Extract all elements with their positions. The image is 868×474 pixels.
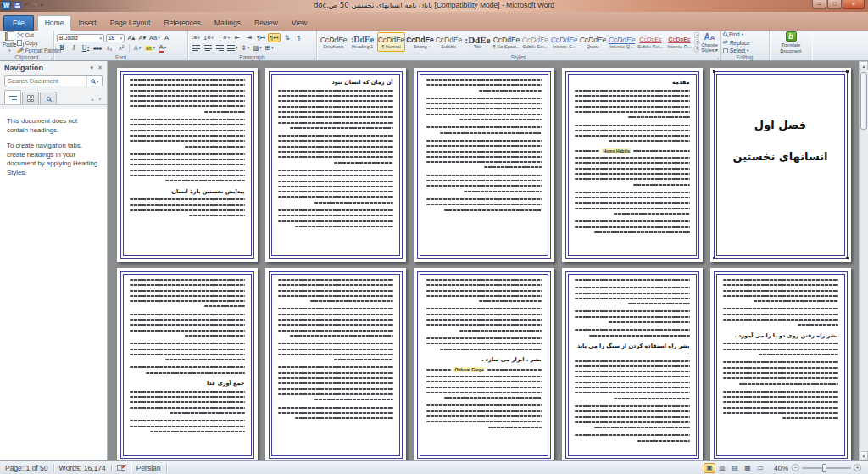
word-count[interactable]: Words: 16,174 — [54, 464, 111, 472]
navigation-close-icon[interactable]: ✕ — [97, 64, 103, 71]
style-intense-r[interactable]: CcDdEeIntense R... — [665, 32, 693, 52]
styles-gallery-more-icon[interactable]: ≡ — [694, 46, 699, 52]
vertical-scrollbar[interactable]: ▲ ▼ — [859, 61, 868, 460]
navigation-options-icon[interactable]: ▾ — [91, 64, 94, 71]
font-size-combo[interactable]: 18▾ — [106, 34, 125, 42]
style-heading-1[interactable]: :DdEeHeading 1 — [348, 32, 376, 52]
superscript-icon[interactable]: x² — [116, 43, 126, 53]
minimize-button[interactable]: – — [812, 0, 826, 9]
draft-view-icon[interactable]: ▭ — [754, 463, 766, 473]
document-page[interactable] — [414, 68, 554, 262]
align-right-icon[interactable] — [214, 43, 225, 53]
styles-scroll-down-icon[interactable]: ▼ — [694, 39, 699, 45]
zoom-thumb[interactable] — [822, 464, 826, 472]
style-intense-q[interactable]: CcDdEeIntense Q... — [608, 32, 636, 52]
font-family-combo[interactable]: B Jadid▾ — [57, 34, 104, 42]
search-options-icon[interactable]: ▾ — [97, 79, 99, 84]
document-page[interactable]: بشر راه استفاده کردن از سنگ را می یابد . — [562, 268, 703, 460]
web-layout-view-icon[interactable]: ▤ — [729, 463, 741, 473]
document-page[interactable]: جمع آوری غذا — [117, 268, 258, 460]
font-color-icon[interactable]: A▾ — [158, 43, 168, 53]
tab-mailings[interactable]: Mailings — [208, 16, 248, 31]
subscript-icon[interactable]: x₂ — [104, 43, 114, 53]
full-screen-reading-view-icon[interactable]: ▥ — [716, 463, 728, 473]
style-subtle-ref[interactable]: CcDdEeSubtle Ref... — [637, 32, 665, 52]
style-emphasis[interactable]: CcDdEeEmphasis — [320, 32, 348, 52]
style-no-spaci[interactable]: CcDdEe¶ No Spaci... — [492, 32, 520, 52]
decrease-indent-icon[interactable]: ⇤ — [232, 33, 242, 42]
document-page[interactable]: فصل اولانسانهای نخستین — [710, 68, 851, 262]
style-subtitle[interactable]: CcDdEeSubtitle — [435, 32, 463, 52]
text-highlight-color-icon[interactable]: ab▾ — [144, 43, 156, 53]
document-page[interactable]: بشر راه رفتن روی دو پا را می آموزد . — [710, 268, 851, 460]
numbering-icon[interactable]: 1≡▾ — [203, 33, 214, 42]
change-styles-button[interactable]: AA Change Styles ▾ — [701, 32, 717, 53]
tab-home[interactable]: Home — [37, 15, 72, 31]
strikethrough-icon[interactable]: abc — [92, 43, 103, 53]
clipboard-dialog-launcher-icon[interactable]: ⌟ — [50, 53, 53, 59]
shading-icon[interactable]: ▨▾ — [252, 43, 262, 53]
document-page[interactable] — [265, 268, 406, 460]
style-subtle-em[interactable]: CcDdEeSubtle Em... — [521, 32, 549, 52]
close-button[interactable]: × — [843, 0, 865, 9]
document-page[interactable]: پیدایش نخستین بارۀ انسان — [117, 68, 258, 262]
outline-view-icon[interactable]: ▦ — [742, 463, 754, 473]
paragraph-dialog-launcher-icon[interactable]: ⌟ — [313, 53, 315, 59]
find-button[interactable]: Find ▾ — [723, 31, 766, 37]
styles-dialog-launcher-icon[interactable]: ⌟ — [716, 53, 719, 59]
align-center-icon[interactable] — [203, 43, 213, 53]
document-page[interactable]: آن زمان که انسان نبود — [265, 68, 406, 262]
zoom-in-icon[interactable]: + — [854, 464, 861, 471]
browse-pages-tab[interactable] — [22, 92, 39, 104]
borders-icon[interactable]: ⊞▾ — [264, 43, 275, 53]
grow-font-icon[interactable]: A▴ — [126, 33, 136, 42]
tab-references[interactable]: References — [157, 16, 207, 31]
increase-indent-icon[interactable]: ⇥ — [244, 33, 254, 42]
sort-icon[interactable]: ⇅ — [282, 33, 292, 42]
search-input[interactable] — [5, 77, 86, 85]
style-intense-e[interactable]: CcDdEeIntense E... — [550, 32, 578, 52]
search-icon[interactable] — [91, 79, 95, 83]
select-button[interactable]: Select ▾ — [723, 47, 766, 53]
document-page[interactable]: مقدمهHomo Habilis — [562, 68, 703, 262]
proofing-status[interactable] — [112, 465, 131, 471]
show-paragraph-marks-icon[interactable]: ¶ — [294, 33, 304, 42]
language-indicator[interactable]: Persian — [131, 464, 166, 472]
separator[interactable] — [129, 44, 130, 53]
justify-icon[interactable]: ▾ — [226, 43, 238, 53]
scroll-up-icon[interactable]: ▲ — [860, 61, 868, 70]
scroll-down-icon[interactable]: ▼ — [860, 451, 868, 460]
tab-file[interactable]: File — [3, 15, 34, 31]
font-dialog-launcher-icon[interactable]: ⌟ — [184, 53, 186, 59]
previous-heading-icon[interactable]: ▲ — [90, 97, 95, 102]
bold-icon[interactable]: B — [57, 43, 67, 53]
change-case-icon[interactable]: Aa▾ — [148, 33, 160, 42]
clear-formatting-icon[interactable]: A — [161, 33, 171, 42]
italic-icon[interactable]: I — [69, 43, 79, 53]
print-layout-view-icon[interactable]: ▣ — [704, 463, 715, 473]
replace-button[interactable]: ⇄Replace — [723, 39, 766, 46]
tab-insert[interactable]: Insert — [71, 16, 103, 31]
paste-button[interactable]: Paste ▾ — [3, 32, 17, 53]
zoom-level[interactable]: 40% — [770, 464, 788, 472]
maximize-button[interactable]: □ — [827, 0, 842, 9]
shrink-font-icon[interactable]: A▾ — [137, 33, 147, 42]
browse-results-tab[interactable] — [40, 92, 57, 104]
styles-scroll-up-icon[interactable]: ▲ — [694, 32, 699, 38]
page-indicator[interactable]: Page: 1 of 50 — [0, 464, 53, 472]
document-page[interactable]: بشر ، ابزار می سازد .Olduvai Gorge — [414, 268, 554, 460]
underline-icon[interactable]: U▾ — [81, 43, 91, 53]
bullets-icon[interactable]: ∶≡▾ — [191, 33, 201, 42]
style-quote[interactable]: CcDdEeQuote — [579, 32, 607, 52]
line-spacing-icon[interactable]: ⇕▾ — [240, 43, 250, 53]
tab-view[interactable]: View — [285, 16, 314, 31]
browse-headings-tab[interactable] — [4, 90, 21, 104]
tab-review[interactable]: Review — [248, 16, 285, 31]
align-left-icon[interactable] — [191, 43, 201, 53]
multilevel-list-icon[interactable]: ⋮≡▾ — [216, 33, 231, 42]
next-heading-icon[interactable]: ▼ — [97, 97, 103, 102]
text-effects-icon[interactable]: A▾ — [132, 43, 142, 53]
rtl-text-direction-icon[interactable]: ¶↤ — [268, 33, 280, 42]
ltr-text-direction-icon[interactable]: ¶↦ — [256, 33, 266, 42]
scrollbar-thumb[interactable] — [860, 72, 867, 130]
